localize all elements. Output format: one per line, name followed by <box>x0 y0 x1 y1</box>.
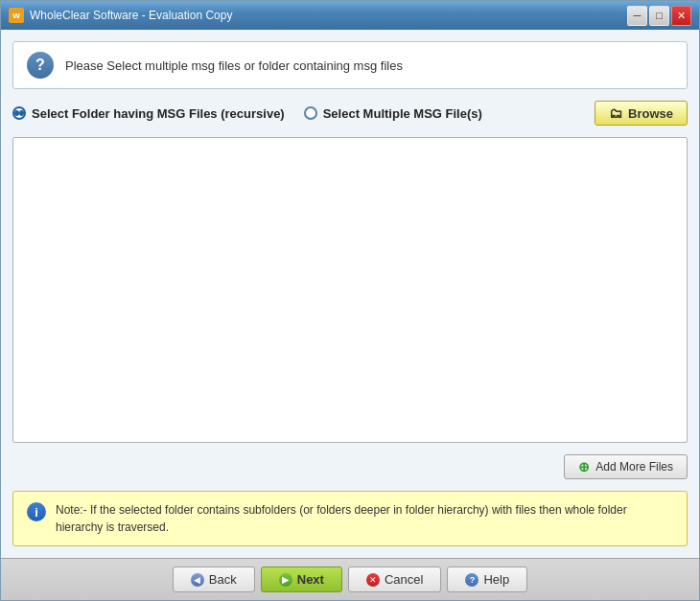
info-icon: i <box>27 502 46 521</box>
title-bar-left: W WholeClear Software - Evaluation Copy <box>9 8 232 23</box>
back-button[interactable]: ◀ Back <box>173 566 255 592</box>
cancel-button[interactable]: ✕ Cancel <box>348 566 441 592</box>
window-title: WholeClear Software - Evaluation Copy <box>30 9 232 22</box>
radio-group: Select Folder having MSG Files (recursiv… <box>12 106 595 121</box>
add-more-row: ⊕ Add More Files <box>12 452 688 481</box>
title-bar-buttons: ─ □ ✕ <box>627 6 691 26</box>
add-icon: ⊕ <box>578 459 590 474</box>
minimize-button[interactable]: ─ <box>627 6 647 26</box>
radio-folder-input[interactable] <box>12 106 26 120</box>
next-icon: ▶ <box>279 573 292 587</box>
title-bar: W WholeClear Software - Evaluation Copy … <box>1 1 699 30</box>
file-list-area <box>12 137 688 443</box>
next-button[interactable]: ▶ Next <box>261 566 342 592</box>
question-icon: ? <box>27 52 54 79</box>
options-row: Select Folder having MSG Files (recursiv… <box>12 99 688 127</box>
note-text: Note:- If the selected folder contains s… <box>56 501 673 536</box>
add-more-label: Add More Files <box>595 460 673 474</box>
add-more-button[interactable]: ⊕ Add More Files <box>564 454 688 479</box>
radio-option-files[interactable]: Select Multiple MSG File(s) <box>304 106 482 121</box>
bottom-bar: ◀ Back ▶ Next ✕ Cancel ? Help <box>1 558 699 600</box>
close-button[interactable]: ✕ <box>671 6 691 26</box>
note-section: i Note:- If the selected folder contains… <box>12 491 688 546</box>
maximize-button[interactable]: □ <box>649 6 669 26</box>
cancel-label: Cancel <box>385 572 423 587</box>
cancel-icon: ✕ <box>366 573 380 587</box>
back-icon: ◀ <box>191 573 204 587</box>
app-icon: W <box>9 8 24 23</box>
radio-folder-label: Select Folder having MSG Files (recursiv… <box>32 106 285 121</box>
back-label: Back <box>209 572 237 587</box>
next-label: Next <box>297 572 324 587</box>
header-text: Please Select multiple msg files or fold… <box>65 58 403 73</box>
help-label: Help <box>483 572 509 587</box>
header-section: ? Please Select multiple msg files or fo… <box>12 41 688 89</box>
svg-text:W: W <box>12 12 20 20</box>
main-window: W WholeClear Software - Evaluation Copy … <box>0 0 700 601</box>
help-button[interactable]: ? Help <box>447 566 527 592</box>
radio-files-label: Select Multiple MSG File(s) <box>323 106 482 121</box>
browse-button[interactable]: 🗂 Browse <box>595 101 688 126</box>
content-area: ? Please Select multiple msg files or fo… <box>1 30 699 558</box>
help-icon: ? <box>465 573 478 587</box>
browse-icon: 🗂 <box>609 105 622 121</box>
radio-files-input[interactable] <box>304 106 317 120</box>
radio-option-folder[interactable]: Select Folder having MSG Files (recursiv… <box>12 106 285 121</box>
browse-label: Browse <box>628 106 673 121</box>
